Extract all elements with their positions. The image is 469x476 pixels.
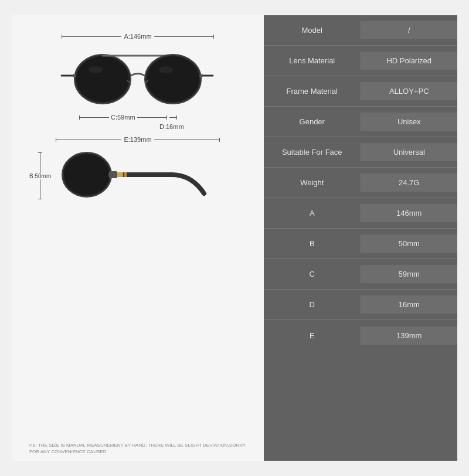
spec-row: Gender Unisex: [264, 107, 457, 137]
dimension-c-label: C:59mm: [111, 114, 135, 121]
spec-row: E 139mm: [264, 320, 457, 351]
spec-value: Unisex: [361, 113, 458, 131]
dimension-d-label: D:16mm: [159, 123, 184, 130]
dimension-e-arrow: E:139mm: [56, 136, 220, 143]
spec-value: ALLOY+PC: [361, 82, 458, 100]
spec-row: Weight 24.7G: [264, 168, 457, 198]
spec-label: E: [264, 327, 361, 345]
dimension-a-arrow: A:146mm: [62, 33, 214, 40]
specs-table: Model / Lens Material HD Polarized Frame…: [264, 15, 457, 461]
spec-value: 16mm: [361, 295, 458, 314]
spec-value: 139mm: [361, 327, 458, 345]
svg-point-12: [159, 66, 173, 73]
dimension-a-label: A:146mm: [124, 33, 151, 40]
spec-label: Model: [264, 21, 361, 39]
spec-label: Weight: [264, 174, 361, 192]
spec-row: Frame Material ALLOY+PC: [264, 76, 457, 107]
sunglasses-side-view: [55, 145, 213, 206]
dimension-b-arrow: B:50mm: [29, 152, 51, 199]
spec-row: Model /: [264, 15, 457, 46]
bottom-dimensions: C:59mm D:16mm: [62, 114, 214, 130]
dimension-e-label: E:139mm: [124, 136, 151, 143]
spec-label: Suitable For Face: [264, 143, 361, 161]
svg-rect-17: [109, 171, 117, 178]
spec-row: A 146mm: [264, 198, 457, 229]
dimension-b-label: B:50mm: [29, 173, 51, 179]
spec-value: 24.7G: [361, 174, 458, 192]
spec-value: 59mm: [361, 265, 458, 283]
spec-label: B: [264, 234, 361, 253]
spec-value: 50mm: [361, 234, 458, 253]
spec-row: Lens Material HD Polarized: [264, 46, 457, 76]
spec-label: Lens Material: [264, 52, 361, 70]
spec-label: A: [264, 204, 361, 222]
svg-point-5: [147, 56, 199, 102]
svg-point-2: [76, 56, 129, 102]
spec-value: HD Polarized: [361, 52, 458, 70]
main-container: A:146mm: [12, 15, 457, 461]
left-panel: A:146mm: [12, 15, 264, 461]
spec-value: 146mm: [361, 204, 458, 222]
spec-label: Gender: [264, 113, 361, 131]
side-glasses-section: E:139mm B:50mm: [23, 136, 252, 206]
sunglasses-front-view: [50, 42, 226, 113]
svg-rect-16: [124, 172, 127, 177]
spec-row: D 16mm: [264, 290, 457, 320]
ps-note: PS: THE SIZE IS MANUAL MEASUREMENT BY HA…: [23, 442, 252, 455]
svg-point-9: [73, 74, 76, 77]
svg-point-10: [199, 74, 203, 77]
spec-label: C: [264, 265, 361, 283]
spec-row: C 59mm: [264, 259, 457, 290]
spec-label: D: [264, 295, 361, 314]
spec-label: Frame Material: [264, 82, 361, 100]
spec-row: Suitable For Face Universal: [264, 137, 457, 168]
svg-point-14: [64, 154, 110, 195]
svg-point-11: [89, 66, 103, 73]
spec-value: /: [361, 21, 458, 39]
top-glasses-section: A:146mm: [23, 33, 252, 130]
spec-row: B 50mm: [264, 229, 457, 259]
spec-value: Universal: [361, 143, 458, 161]
